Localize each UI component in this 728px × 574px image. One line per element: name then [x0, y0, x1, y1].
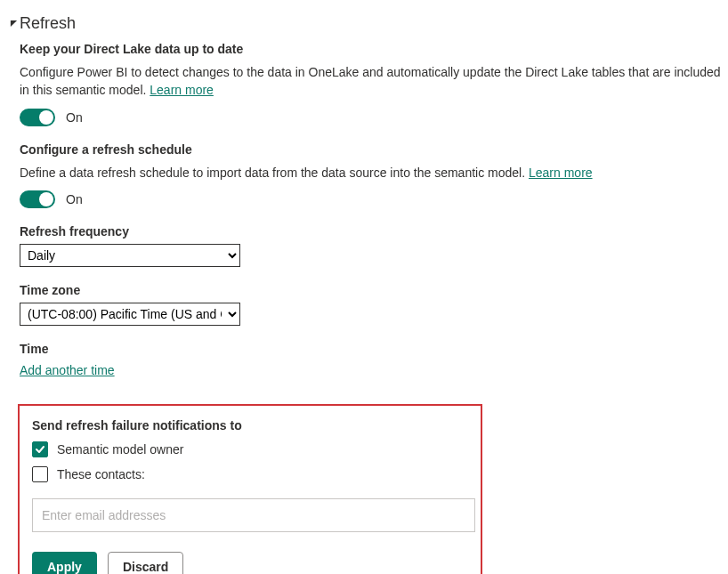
direct-lake-heading: Keep your Direct Lake data up to date: [20, 42, 728, 56]
notifications-heading: Send refresh failure notifications to: [32, 418, 468, 433]
discard-button[interactable]: Discard: [108, 552, 183, 574]
owner-checkbox[interactable]: [32, 441, 48, 457]
direct-lake-toggle-label: On: [66, 110, 83, 125]
direct-lake-desc-text: Configure Power BI to detect changes to …: [20, 65, 721, 97]
section-title: Refresh: [20, 14, 76, 33]
direct-lake-learn-more-link[interactable]: Learn more: [150, 83, 214, 97]
contacts-checkbox[interactable]: [32, 466, 48, 482]
disclosure-triangle-icon[interactable]: [9, 20, 18, 28]
notifications-highlight-box: Send refresh failure notifications to Se…: [18, 404, 482, 574]
time-label: Time: [20, 342, 728, 356]
direct-lake-toggle[interactable]: [20, 109, 55, 126]
schedule-description: Define a data refresh schedule to import…: [20, 164, 723, 182]
schedule-learn-more-link[interactable]: Learn more: [529, 166, 593, 180]
apply-button[interactable]: Apply: [32, 552, 97, 574]
schedule-desc-text: Define a data refresh schedule to import…: [20, 166, 529, 180]
email-addresses-input[interactable]: [32, 498, 475, 532]
schedule-toggle[interactable]: [20, 190, 55, 208]
add-another-time-link[interactable]: Add another time: [20, 363, 115, 377]
schedule-heading: Configure a refresh schedule: [20, 142, 728, 157]
section-header[interactable]: Refresh: [9, 14, 728, 33]
direct-lake-description: Configure Power BI to detect changes to …: [20, 63, 723, 100]
timezone-select[interactable]: (UTC-08:00) Pacific Time (US and Canada): [20, 303, 240, 326]
timezone-label: Time zone: [20, 283, 728, 297]
frequency-select[interactable]: Daily: [20, 244, 240, 267]
contacts-checkbox-label: These contacts:: [57, 467, 145, 481]
frequency-label: Refresh frequency: [20, 224, 728, 238]
schedule-toggle-label: On: [66, 192, 83, 206]
owner-checkbox-label: Semantic model owner: [57, 442, 183, 457]
